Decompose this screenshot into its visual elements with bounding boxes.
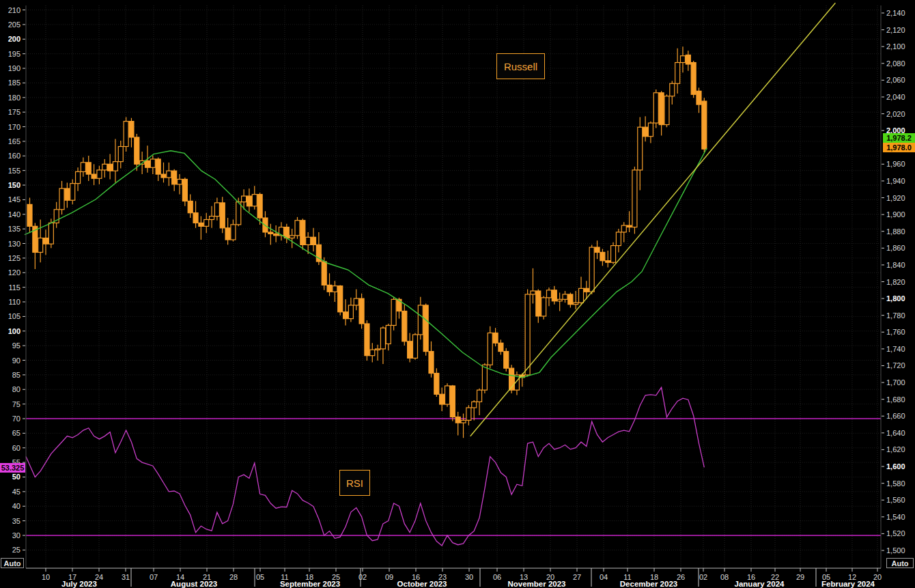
left-axis-tick-label: 200 [8, 35, 20, 43]
candle-body-down [220, 203, 225, 228]
left-axis-tick-label: 70 [12, 415, 20, 423]
series-label-russell-text: Russell [504, 61, 537, 72]
left-axis-tick-label: 135 [8, 225, 20, 233]
left-axis-tick-label: 80 [12, 385, 20, 393]
candle-body-down [44, 238, 48, 244]
auto-right-text: Auto [891, 559, 908, 568]
candle-body-down [568, 294, 573, 305]
candle-body-up [380, 328, 385, 349]
x-axis-tick-label: 07 [150, 573, 158, 581]
candle-body-down [440, 394, 445, 404]
last-price-badge-orange: 1,978.0 [883, 143, 915, 152]
candle-body-up [664, 96, 669, 125]
candle-body-down [86, 163, 91, 174]
right-axis-tick-label: 1,560 [886, 496, 905, 504]
right-axis-tick-label: 1,680 [886, 395, 905, 404]
left-axis-tick-label: 50 [12, 473, 20, 481]
x-axis-tick-label: 02 [699, 573, 707, 581]
candle-body-down [327, 285, 332, 292]
candle-body-up [242, 196, 247, 202]
x-axis-tick-label: 28 [229, 573, 238, 581]
month-label: January 2024 [735, 580, 785, 588]
candle-body-up [354, 298, 358, 305]
left-axis-tick-label: 190 [8, 64, 20, 72]
left-axis-tick-label: 60 [12, 444, 20, 452]
candle-body-down [145, 160, 150, 167]
candle-body-up [616, 232, 621, 246]
right-axis-auto-button[interactable]: Auto [886, 558, 914, 568]
candle-body-up [204, 220, 209, 227]
candle-body-down [268, 232, 273, 234]
left-axis-tick-label: 185 [8, 79, 20, 87]
candle-body-up [59, 188, 64, 210]
left-axis-tick-label: 145 [8, 195, 20, 204]
candle-body-down [188, 201, 193, 212]
month-label: September 2023 [280, 580, 340, 588]
candle-body-up [81, 163, 85, 172]
right-axis-tick-label: 1,500 [886, 546, 905, 555]
left-axis-tick-label: 105 [8, 312, 20, 320]
candle-body-up [621, 225, 626, 232]
left-axis-tick-label: 65 [12, 429, 20, 437]
candle-body-down [199, 223, 203, 226]
candle-body-up [348, 305, 353, 319]
candle-body-down [455, 417, 460, 423]
candle-body-down [659, 93, 664, 125]
right-axis-tick-label: 1,860 [886, 244, 905, 252]
right-axis-tick-label: 1,720 [886, 361, 905, 369]
month-label: November 2023 [507, 580, 565, 588]
x-axis-tick-label: 31 [122, 573, 130, 581]
candle-body-up [178, 179, 182, 184]
last-price-green-text: 1,978.2 [886, 135, 912, 142]
candle-body-up [563, 294, 567, 299]
x-axis-tick-label: 04 [600, 573, 608, 581]
candle-body-up [546, 290, 551, 298]
series-label-russell[interactable]: Russell [496, 53, 545, 79]
candle-body-down [311, 237, 316, 244]
x-axis-tick-label: 06 [493, 573, 501, 581]
candle-body-up [113, 162, 117, 171]
candle-body-up [675, 63, 680, 84]
right-axis-tick-label: 1,780 [886, 311, 905, 320]
right-axis-tick-label: 1,900 [886, 210, 905, 219]
month-label: October 2023 [397, 580, 447, 588]
candle-body-down [343, 312, 348, 319]
left-axis-tick-label: 140 [8, 210, 20, 219]
candle-body-up [531, 291, 535, 294]
right-axis-tick-label: 2,080 [886, 59, 905, 68]
left-axis-tick-label: 210 [8, 6, 20, 14]
candle-body-down [402, 311, 407, 341]
candle-body-down [172, 171, 177, 184]
left-axis-auto-button[interactable]: Auto [1, 558, 24, 568]
candle-body-up [48, 223, 53, 244]
price-rsi-chart[interactable]: 2102052001951901851801751701651601551501… [0, 0, 915, 588]
right-axis-tick-label: 1,820 [886, 278, 905, 286]
left-axis-tick-label: 130 [8, 240, 20, 248]
candle-body-up [579, 288, 584, 303]
left-axis-tick-label: 205 [8, 20, 20, 29]
candle-body-up [386, 325, 391, 344]
left-axis-tick-label: 195 [8, 50, 20, 58]
candle-body-down [359, 298, 364, 324]
candle-body-down [686, 55, 690, 64]
candle-body-down [504, 352, 509, 369]
candle-body-up [638, 127, 643, 170]
candle-body-down [338, 286, 343, 312]
right-axis-tick-label: 1,660 [886, 412, 905, 420]
right-axis-tick-label: 1,940 [886, 177, 905, 185]
rsi-value-badge: 53.325 [0, 463, 25, 473]
right-axis-tick-label: 1,880 [886, 227, 905, 236]
x-axis-tick-label: 05 [256, 573, 264, 581]
right-axis-tick-label: 1,700 [886, 378, 905, 387]
left-axis-tick-label: 125 [8, 254, 20, 262]
candle-body-up [632, 170, 637, 227]
right-axis-tick-label: 1,960 [886, 160, 905, 168]
candle-body-up [412, 335, 417, 358]
candle-body-down [434, 374, 439, 395]
right-axis-tick-label: 2,040 [886, 93, 905, 101]
series-label-rsi[interactable]: RSI [339, 470, 370, 496]
candle-body-up [370, 350, 375, 356]
candle-body-down [300, 221, 305, 245]
candle-body-down [691, 63, 696, 95]
candle-body-down [498, 343, 503, 351]
